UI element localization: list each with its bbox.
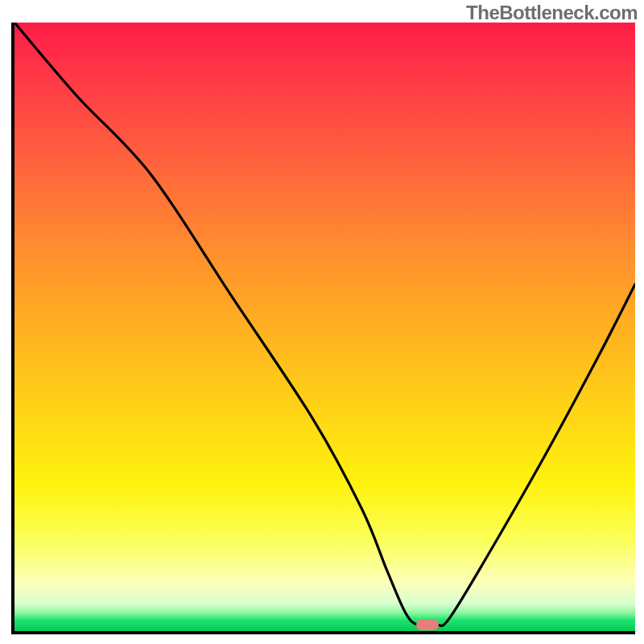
plot-area (11, 23, 635, 634)
minimum-marker (416, 619, 439, 630)
bottleneck-chart: TheBottleneck.com (0, 0, 644, 644)
bottleneck-curve (14, 23, 635, 631)
curve-path (14, 23, 635, 626)
watermark-text: TheBottleneck.com (466, 2, 638, 24)
